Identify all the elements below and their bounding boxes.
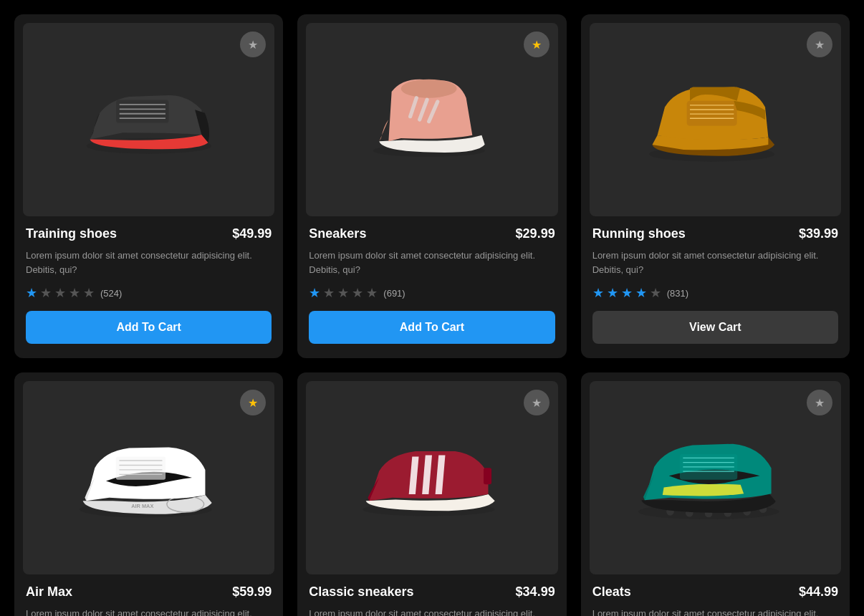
svg-rect-23	[484, 468, 491, 484]
star-empty: ★	[323, 285, 335, 301]
favorite-star-icon: ★	[532, 396, 542, 410]
product-price: $49.99	[232, 226, 272, 241]
card-title-row: Running shoes $39.99	[592, 226, 838, 241]
shoe-image: AIR MAX	[23, 381, 274, 574]
card-title-row: Sneakers $29.99	[309, 226, 555, 241]
star-filled: ★	[26, 285, 37, 301]
product-description: Lorem ipsum dolor sit amet consectetur a…	[26, 607, 272, 616]
card-body: Air Max $59.99 Lorem ipsum dolor sit ame…	[23, 574, 274, 616]
product-price: $44.99	[799, 584, 838, 600]
card-body: Running shoes $39.99 Lorem ipsum dolor s…	[590, 216, 841, 350]
product-price: $39.99	[799, 226, 838, 241]
card-title-row: Cleats $44.99	[592, 584, 838, 600]
star-filled: ★	[621, 285, 633, 301]
shoe-image	[590, 381, 841, 574]
card-body: Classic sneakers $34.99 Lorem ipsum dolo…	[306, 574, 557, 616]
star-empty: ★	[69, 285, 80, 301]
svg-text:AIR MAX: AIR MAX	[131, 503, 153, 509]
product-card-sneakers: ★ Sneakers $29.99 Lorem ipsum dolor sit …	[297, 14, 566, 358]
star-empty: ★	[54, 285, 66, 301]
product-description: Lorem ipsum dolor sit amet consectetur a…	[26, 249, 272, 276]
favorite-button[interactable]: ★	[524, 390, 549, 415]
product-card-classic-sneakers: ★ Classic sneakers $34.99 Lorem ipsum do…	[297, 372, 566, 616]
shoe-image	[590, 23, 841, 216]
product-image-wrapper: ★	[590, 23, 841, 216]
svg-rect-9	[687, 101, 737, 126]
rating-count: (524)	[100, 288, 122, 299]
product-card-running-shoes: ★ Running shoes $39.99 Lorem ipsum dolor…	[581, 14, 850, 358]
product-description: Lorem ipsum dolor sit amet consectetur a…	[592, 249, 838, 276]
star-empty: ★	[366, 285, 378, 301]
favorite-star-icon: ★	[815, 38, 825, 52]
product-price: $34.99	[516, 584, 555, 600]
star-empty: ★	[83, 285, 95, 301]
svg-rect-16	[116, 456, 165, 479]
product-title: Cleats	[592, 584, 631, 600]
star-empty: ★	[40, 285, 52, 301]
product-card-air-max: AIR MAX ★ Air Max $59.99 Lorem ipsum dol…	[14, 372, 283, 616]
product-description: Lorem ipsum dolor sit amet consectetur a…	[592, 607, 838, 616]
product-rating: ★★★★★ (831)	[592, 285, 838, 301]
favorite-button[interactable]: ★	[524, 32, 549, 57]
favorite-button[interactable]: ★	[807, 390, 832, 415]
product-title: Classic sneakers	[309, 584, 413, 600]
product-description: Lorem ipsum dolor sit amet consectetur a…	[309, 607, 555, 616]
add-to-cart-button[interactable]: Add To Cart	[309, 311, 555, 344]
shoe-image	[306, 23, 557, 216]
product-price: $59.99	[232, 584, 272, 600]
product-image-wrapper: ★	[590, 381, 841, 574]
product-title: Sneakers	[309, 226, 366, 241]
product-image-wrapper: ★	[306, 381, 557, 574]
view-cart-button[interactable]: View Cart	[592, 311, 838, 344]
product-rating: ★★★★★ (524)	[26, 285, 272, 301]
card-body: Training shoes $49.99 Lorem ipsum dolor …	[23, 216, 274, 350]
shoe-image	[23, 23, 274, 216]
product-image-wrapper: AIR MAX ★	[23, 381, 274, 574]
card-body: Sneakers $29.99 Lorem ipsum dolor sit am…	[306, 216, 557, 350]
card-title-row: Air Max $59.99	[26, 584, 272, 600]
product-title: Running shoes	[592, 226, 686, 241]
card-title-row: Classic sneakers $34.99	[309, 584, 555, 600]
star-empty: ★	[650, 285, 661, 301]
star-filled: ★	[635, 285, 647, 301]
favorite-star-icon: ★	[815, 396, 825, 410]
product-grid: ★ Training shoes $49.99 Lorem ipsum dolo…	[14, 14, 850, 616]
svg-rect-1	[116, 100, 168, 123]
rating-count: (831)	[667, 288, 688, 299]
favorite-star-icon: ★	[532, 38, 542, 52]
product-card-training-shoes: ★ Training shoes $49.99 Lorem ipsum dolo…	[14, 14, 283, 358]
favorite-star-icon: ★	[248, 396, 258, 410]
shoe-image	[306, 381, 557, 574]
svg-point-7	[401, 80, 457, 98]
product-title: Air Max	[26, 584, 72, 600]
product-image-wrapper: ★	[306, 23, 557, 216]
rating-count: (691)	[383, 288, 405, 299]
add-to-cart-button[interactable]: Add To Cart	[26, 311, 272, 344]
star-filled: ★	[607, 285, 618, 301]
product-image-wrapper: ★	[23, 23, 274, 216]
star-empty: ★	[337, 285, 349, 301]
favorite-button[interactable]: ★	[807, 32, 832, 57]
card-title-row: Training shoes $49.99	[26, 226, 272, 241]
product-card-cleats: ★ Cleats $44.99 Lorem ipsum dolor sit am…	[581, 372, 850, 616]
star-filled: ★	[309, 285, 320, 301]
favorite-star-icon: ★	[248, 38, 258, 52]
star-empty: ★	[352, 285, 363, 301]
product-description: Lorem ipsum dolor sit amet consectetur a…	[309, 249, 555, 276]
star-filled: ★	[592, 285, 604, 301]
product-title: Training shoes	[26, 226, 117, 241]
card-body: Cleats $44.99 Lorem ipsum dolor sit amet…	[590, 574, 841, 616]
product-rating: ★★★★★ (691)	[309, 285, 555, 301]
product-price: $29.99	[516, 226, 555, 241]
